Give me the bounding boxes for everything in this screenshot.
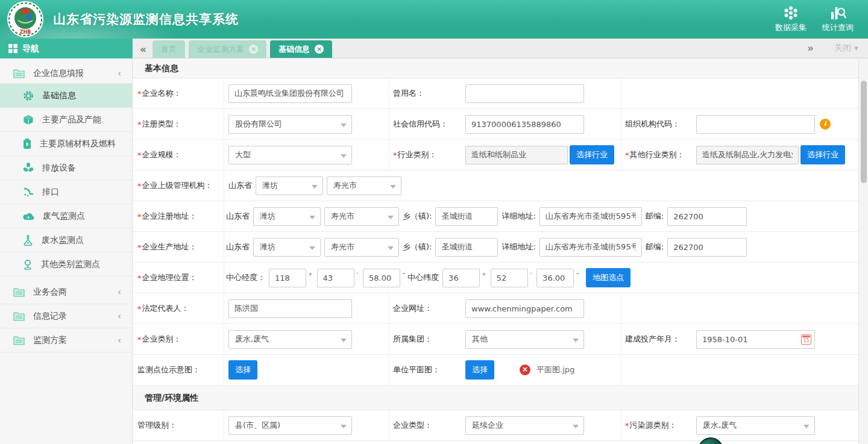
data-collect-action[interactable]: 数据采集 bbox=[775, 5, 807, 33]
form-row-register-type: *注册类型： 股份有限公司 社会信用代码： 组织机构代码： i bbox=[133, 109, 858, 140]
stats-search-icon bbox=[830, 5, 846, 20]
longitude-label: 中心经度： bbox=[226, 272, 265, 283]
sidebar-group-monitor-plan[interactable]: 监测方案 ‹ bbox=[0, 328, 132, 352]
plan-image-label: 单位平面图： bbox=[389, 355, 461, 385]
legal-person-input[interactable] bbox=[228, 299, 352, 318]
enterprise-type-select[interactable]: 延续企业 bbox=[465, 416, 584, 435]
form-row-register-address: *企业注册地址： 山东省 潍坊 寿光市 乡（镇): 详细地址: 邮编: bbox=[133, 201, 858, 232]
form-row-geo-location: *企业地理位置： 中心经度： ° ′ ″ 中心纬度 ° ′ ″ 地图选点 bbox=[133, 263, 858, 293]
production-date-input[interactable] bbox=[696, 330, 815, 349]
sidebar-group-label: 业务会商 bbox=[33, 287, 67, 298]
sidebar-item-label: 基础信息 bbox=[42, 90, 76, 101]
sidebar-item-label: 主要产品及产能 bbox=[42, 114, 101, 125]
company-name-input[interactable] bbox=[228, 84, 352, 103]
legal-person-label: *法定代表人： bbox=[133, 293, 224, 324]
map-pin-icon bbox=[23, 259, 33, 270]
tab-label: 基础信息 bbox=[278, 44, 310, 55]
plan-image-select-button[interactable]: 选择 bbox=[465, 360, 494, 380]
mgmt-level-select[interactable]: 县(市、区属) bbox=[228, 416, 352, 435]
select-industry-button[interactable]: 选择行业 bbox=[570, 145, 614, 164]
credit-code-label: 社会信用代码： bbox=[389, 109, 461, 139]
register-city-select[interactable]: 潍坊 bbox=[253, 207, 321, 226]
longitude-deg-input[interactable] bbox=[269, 269, 306, 287]
dropdown-arrow-icon bbox=[341, 154, 347, 158]
monitor-sketch-select-button[interactable]: 选择 bbox=[228, 360, 257, 380]
credit-code-input[interactable] bbox=[465, 115, 584, 134]
website-input[interactable] bbox=[465, 299, 584, 318]
sidebar-item-gas-monitor[interactable]: 废气监测点 bbox=[0, 204, 132, 228]
tab-label: 首页 bbox=[161, 44, 177, 55]
sidebar-item-materials[interactable]: 主要原辅材料及燃料 bbox=[0, 132, 132, 156]
company-category-select[interactable]: 废水,废气 bbox=[228, 330, 352, 349]
production-town-input[interactable] bbox=[435, 238, 498, 257]
register-detail-input[interactable] bbox=[539, 207, 642, 226]
sidebar-item-water-monitor[interactable]: 废水监测点 bbox=[0, 228, 132, 252]
scrollbar-thumb[interactable] bbox=[861, 81, 867, 183]
info-icon[interactable]: i bbox=[820, 119, 831, 130]
province-label: 山东省 bbox=[226, 242, 250, 252]
sidebar-item-label: 排口 bbox=[42, 187, 59, 198]
sidebar-group-business-consult[interactable]: 业务会商 ‹ bbox=[0, 280, 132, 304]
tabs-scroll-left-icon[interactable]: « bbox=[133, 43, 153, 58]
register-zip-input[interactable] bbox=[667, 207, 747, 226]
nav-toggle[interactable]: 导航 bbox=[0, 39, 133, 58]
company-scale-label: *企业规模： bbox=[133, 140, 224, 170]
sidebar-item-label: 主要原辅材料及燃料 bbox=[40, 139, 116, 149]
longitude-min-input[interactable] bbox=[317, 269, 354, 287]
parent-org-city-select[interactable]: 潍坊 bbox=[256, 177, 323, 195]
register-type-select[interactable]: 股份有限公司 bbox=[228, 115, 352, 134]
latitude-min-input[interactable] bbox=[491, 269, 528, 287]
tabs-scroll-right-icon[interactable]: » bbox=[807, 42, 814, 54]
close-tab-icon[interactable]: × bbox=[249, 45, 258, 54]
close-tab-icon[interactable]: × bbox=[315, 45, 324, 54]
latitude-deg-input[interactable] bbox=[442, 269, 480, 287]
register-county-select[interactable]: 寿光市 bbox=[324, 207, 399, 226]
dropdown-arrow-icon bbox=[573, 425, 579, 428]
latitude-sec-input[interactable] bbox=[536, 269, 574, 287]
production-detail-input[interactable] bbox=[539, 238, 642, 257]
dropdown-arrow-icon bbox=[341, 425, 347, 428]
minute-symbol: ′ bbox=[357, 272, 359, 280]
group-select[interactable]: 其他 bbox=[465, 330, 584, 349]
sidebar-item-outlet[interactable]: 排口 bbox=[0, 180, 132, 204]
production-city-select[interactable]: 潍坊 bbox=[253, 238, 321, 257]
chevron-left-icon: ‹ bbox=[118, 311, 121, 322]
delete-file-icon[interactable]: × bbox=[520, 364, 530, 375]
longitude-sec-input[interactable] bbox=[363, 269, 400, 287]
sidebar-item-emission-equipment[interactable]: 排放设备 bbox=[0, 156, 132, 180]
industry-input[interactable] bbox=[465, 146, 568, 164]
chevron-left-icon: ‹ bbox=[118, 335, 121, 346]
register-type-label: *注册类型： bbox=[133, 109, 224, 139]
close-menu-button[interactable]: 关闭 ▼ bbox=[834, 43, 858, 54]
sidebar-item-basic-info[interactable]: 基础信息 bbox=[0, 84, 132, 108]
sidebar-group-info-record[interactable]: 信息记录 ‹ bbox=[0, 304, 132, 328]
production-zip-input[interactable] bbox=[667, 238, 747, 257]
scrollbar-track[interactable] bbox=[858, 58, 868, 444]
map-pick-button[interactable]: 地图选点 bbox=[586, 268, 631, 287]
fuel-icon bbox=[23, 139, 31, 149]
sidebar-item-other-monitor[interactable]: 其他类别监测点 bbox=[0, 252, 132, 277]
parent-org-county-select[interactable]: 寿光市 bbox=[327, 177, 401, 195]
production-county-select[interactable]: 寿光市 bbox=[324, 238, 399, 257]
group-label: 所属集团： bbox=[389, 324, 461, 354]
tab-home[interactable]: 首页 bbox=[153, 40, 185, 58]
tab-basic-info[interactable]: 基础信息 × bbox=[270, 40, 332, 58]
select-other-industry-button[interactable]: 选择行业 bbox=[800, 145, 845, 164]
pollution-category-select[interactable]: 废水,废气 bbox=[696, 416, 815, 435]
stats-query-action[interactable]: 统计查询 bbox=[822, 5, 854, 33]
data-collect-label: 数据采集 bbox=[775, 22, 807, 33]
org-code-input[interactable] bbox=[696, 115, 815, 134]
sidebar-item-products[interactable]: 主要产品及产能 bbox=[0, 108, 132, 132]
other-industry-input[interactable] bbox=[696, 146, 799, 164]
register-town-input[interactable] bbox=[435, 207, 498, 226]
sidebar-group-enterprise-info[interactable]: 企业信息填报 ‹ bbox=[0, 64, 132, 84]
sidebar-item-label: 其他类别监测点 bbox=[41, 259, 100, 270]
former-name-input[interactable] bbox=[465, 84, 584, 103]
cube-icon bbox=[23, 114, 34, 125]
company-scale-select[interactable]: 大型 bbox=[228, 146, 352, 164]
calendar-icon[interactable]: 15 bbox=[801, 334, 811, 345]
form-row-images: 监测点位示意图： 选择 单位平面图： 选择 × 平面图.jpg bbox=[133, 355, 858, 386]
sidebar-group-label: 信息记录 bbox=[33, 311, 67, 322]
form-row-company-scale: *企业规模： 大型 *行业类别： 选择行业 *其他行业类别： 选择行业 bbox=[133, 140, 858, 170]
tab-enterprise-plan[interactable]: 企业监测方案 × bbox=[189, 40, 266, 58]
